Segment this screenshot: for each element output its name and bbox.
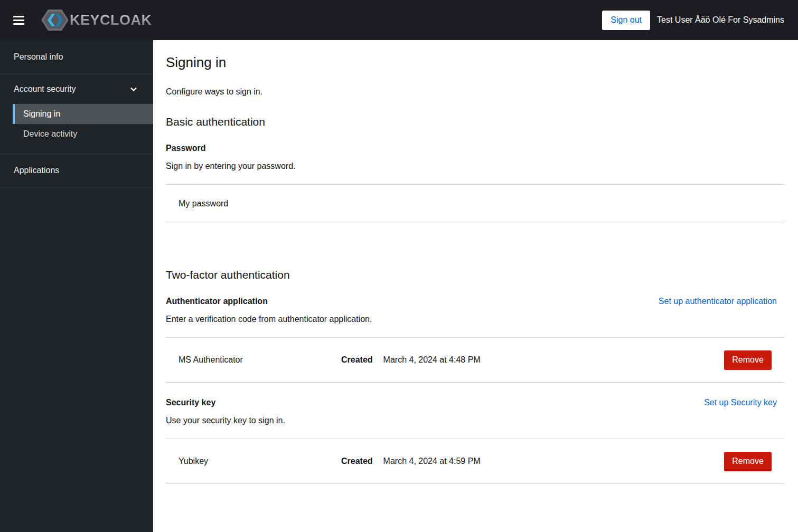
security-key-credential-row: Yubikey Created March 4, 2024 at 4:59 PM… <box>166 439 784 484</box>
sidebar-section: Applications <box>0 154 153 187</box>
authenticator-description: Enter a verification code from authentic… <box>166 315 784 324</box>
sidebar-section: Account security Signing in Device activ… <box>0 74 153 154</box>
logged-in-username: Test User Åäö Olé For Sysadmins <box>657 15 784 25</box>
chevron-down-icon <box>130 86 137 93</box>
created-timestamp: March 4, 2024 at 4:48 PM <box>383 355 481 365</box>
hamburger-icon <box>13 20 24 21</box>
account-security-subnav: Signing in Device activity <box>0 104 153 154</box>
hamburger-icon <box>13 16 24 17</box>
security-key-description: Use your security key to sign in. <box>166 416 784 425</box>
created-label: Created <box>341 457 373 466</box>
main-content: Signing in Configure ways to sign in. Ba… <box>153 40 798 532</box>
sidebar-item-signing-in[interactable]: Signing in <box>13 104 153 124</box>
two-factor-heading: Two-factor authentication <box>166 269 784 281</box>
remove-security-key-button[interactable]: Remove <box>724 452 772 471</box>
masthead: KEYCLOAK Sign out Test User Åäö Olé For … <box>0 0 798 40</box>
page-description: Configure ways to sign in. <box>166 87 784 97</box>
security-key-heading: Security key <box>166 398 215 407</box>
page-title: Signing in <box>166 54 784 71</box>
set-up-authenticator-link[interactable]: Set up authenticator application <box>659 297 777 306</box>
my-password-row: My password <box>166 184 784 223</box>
created-timestamp: March 4, 2024 at 4:59 PM <box>383 457 481 466</box>
basic-authentication-heading: Basic authentication <box>166 116 784 128</box>
sign-out-button[interactable]: Sign out <box>602 11 650 30</box>
remove-authenticator-button[interactable]: Remove <box>724 350 772 370</box>
sidebar-item-account-security[interactable]: Account security <box>0 74 153 104</box>
set-up-security-key-link[interactable]: Set up Security key <box>704 398 777 407</box>
hamburger-icon <box>13 23 24 25</box>
created-label: Created <box>341 355 373 365</box>
sidebar-item-personal-info[interactable]: Personal info <box>0 40 153 74</box>
password-heading: Password <box>166 144 206 153</box>
sidebar-item-applications[interactable]: Applications <box>0 154 153 187</box>
my-password-label: My password <box>179 199 228 208</box>
credential-name: Yubikey <box>179 457 341 466</box>
sidebar-item-device-activity[interactable]: Device activity <box>13 124 153 144</box>
authenticator-row-head: Authenticator application Set up authent… <box>166 297 784 306</box>
password-row-head: Password <box>166 144 784 153</box>
authenticator-application-heading: Authenticator application <box>166 297 268 306</box>
security-key-row-head: Security key Set up Security key <box>166 398 784 407</box>
keycloak-logo[interactable]: KEYCLOAK <box>41 8 152 32</box>
page-layout: Personal info Account security Signing i… <box>0 40 798 532</box>
brand-wordmark: KEYCLOAK <box>70 12 152 28</box>
sidebar: Personal info Account security Signing i… <box>0 40 153 532</box>
credential-name: MS Authenticator <box>179 355 341 365</box>
keycloak-hexagon-icon <box>41 8 69 32</box>
sidebar-section: Personal info <box>0 40 153 74</box>
password-description: Sign in by entering your password. <box>166 162 784 171</box>
authenticator-credential-row: MS Authenticator Created March 4, 2024 a… <box>166 337 784 383</box>
hamburger-menu-button[interactable] <box>11 12 27 28</box>
sidebar-item-label: Account security <box>14 84 76 94</box>
